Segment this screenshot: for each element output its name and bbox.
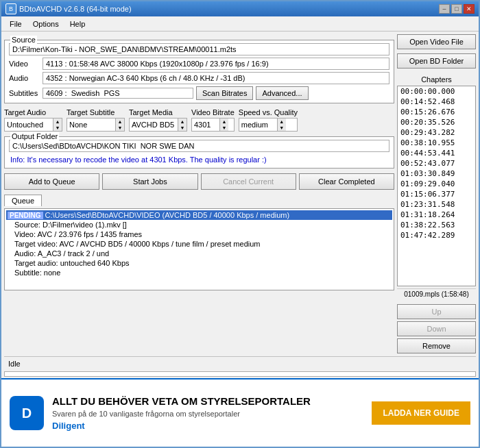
chapter-13[interactable]: 01:38:22.563 [398, 220, 475, 230]
video-info-row: Video 4113 : 01:58:48 AVC 38000 Kbps (19… [9, 58, 389, 70]
chapters-label: Chapters [397, 75, 476, 84]
target-audio-input[interactable] [5, 120, 53, 129]
video-label: Video [9, 60, 40, 68]
open-video-button[interactable]: Open Video File [397, 34, 476, 49]
queue-item-pending[interactable]: PENDING C:\Users\Sed\BDtoAVCHD\VIDEO (AV… [6, 210, 392, 220]
open-bd-button[interactable]: Open BD Folder [397, 53, 476, 69]
source-path-input[interactable] [9, 43, 389, 55]
target-subtitle-label: Target Subtitle [67, 108, 125, 116]
menu-bar: File Options Help [1, 16, 479, 32]
progress-bar-outer [4, 371, 476, 377]
title-bar: B BDtoAVCHD v2.6.8 (64-bit mode) – □ ✕ [1, 1, 479, 16]
chapter-2[interactable]: 00:15:26.676 [398, 107, 475, 117]
minimize-button[interactable]: – [439, 4, 450, 14]
subtitle-input[interactable] [43, 88, 193, 99]
close-button[interactable]: ✕ [464, 4, 475, 14]
status-area: Idle [1, 356, 479, 378]
target-bitrate-group: Video Bitrate ▲ ▼ [191, 108, 235, 132]
target-subtitle-down[interactable]: ▼ [116, 125, 124, 131]
target-subtitle-spin: ▲ ▼ [67, 118, 125, 132]
target-media-up[interactable]: ▲ [178, 119, 187, 125]
menu-help[interactable]: Help [64, 18, 91, 29]
target-audio-label: Target Audio [4, 108, 62, 116]
target-bitrate-spin: ▲ ▼ [191, 118, 235, 132]
output-section: Output Folder Info: It's necessary to re… [4, 136, 394, 169]
down-button[interactable]: Down [397, 321, 476, 336]
target-media-spin: ▲ ▼ [129, 118, 187, 132]
output-info-text: Info: It's necessary to recode the video… [9, 154, 389, 165]
queue-sub-audio: Audio: A_AC3 / track 2 / und [6, 249, 392, 258]
remove-button[interactable]: Remove [397, 338, 476, 353]
start-jobs-button[interactable]: Start Jobs [102, 173, 197, 190]
target-media-spin-btns: ▲ ▼ [178, 119, 187, 131]
chapter-0[interactable]: 00:00:00.000 [398, 86, 475, 97]
target-bitrate-up[interactable]: ▲ [220, 119, 228, 125]
output-label: Output Folder [10, 132, 59, 140]
target-bitrate-input[interactable] [192, 120, 219, 129]
ad-text: ALLT DU BEHÖVER VETA OM STYRELSEPORTALER… [52, 395, 363, 431]
target-audio-spin-btns: ▲ ▼ [53, 119, 62, 131]
target-subtitle-group: Target Subtitle ▲ ▼ [67, 108, 125, 132]
chapter-10[interactable]: 01:15:06.377 [398, 189, 475, 199]
maximize-button[interactable]: □ [451, 4, 462, 14]
target-audio-up[interactable]: ▲ [53, 119, 62, 125]
queue-sub-target-audio: Target audio: untouched 640 Kbps [6, 258, 392, 268]
target-subtitle-spin-btns: ▲ ▼ [115, 119, 124, 131]
chapter-4[interactable]: 00:29:43.282 [398, 127, 475, 138]
target-speed-label: Speed vs. Quality [239, 108, 298, 116]
status-text: Idle [8, 360, 21, 368]
chapter-5[interactable]: 00:38:10.955 [398, 138, 475, 148]
subtitle-label: Subtitles [9, 89, 40, 97]
app-icon: B [5, 3, 16, 14]
queue-list[interactable]: PENDING C:\Users\Sed\BDtoAVCHD\VIDEO (AV… [4, 208, 394, 290]
chapter-9[interactable]: 01:09:29.040 [398, 179, 475, 189]
title-controls: – □ ✕ [439, 4, 475, 14]
ad-subtitle: Svaren på de 10 vanligaste frågorna om s… [52, 410, 363, 418]
chapter-12[interactable]: 01:31:18.264 [398, 210, 475, 220]
chapters-list[interactable]: 00:00:00.000 00:14:52.468 00:15:26.676 0… [397, 86, 476, 286]
chapter-1[interactable]: 00:14:52.468 [398, 97, 475, 107]
queue-sub-target-video: Target video: AVC / AVCHD BD5 / 40000 Kb… [6, 239, 392, 249]
target-subtitle-up[interactable]: ▲ [116, 119, 124, 125]
add-queue-button[interactable]: Add to Queue [4, 173, 99, 190]
audio-value: 4352 : Norwegian AC-3 640 Kbps (6 ch / 4… [43, 72, 389, 84]
output-path-input[interactable] [9, 140, 389, 152]
source-label: Source [10, 36, 37, 44]
side-buttons: Up Down Remove [397, 304, 476, 353]
target-subtitle-input[interactable] [67, 120, 115, 129]
target-media-label: Target Media [129, 108, 187, 116]
menu-file[interactable]: File [4, 18, 27, 29]
target-audio-spin: ▲ ▼ [4, 118, 62, 132]
target-bitrate-down[interactable]: ▼ [220, 125, 228, 131]
chapter-8[interactable]: 01:03:30.849 [398, 169, 475, 179]
target-speed-group: Speed vs. Quality ▲ ▼ [239, 108, 298, 132]
chapter-3[interactable]: 00:20:35.526 [398, 117, 475, 127]
action-buttons-row: Add to Queue Start Jobs Cancel Current C… [4, 173, 394, 190]
app-window: B BDtoAVCHD v2.6.8 (64-bit mode) – □ ✕ F… [0, 0, 480, 448]
chapter-11[interactable]: 01:23:31.548 [398, 199, 475, 210]
menu-options[interactable]: Options [27, 18, 64, 29]
queue-tab-row: Queue [4, 195, 394, 206]
target-speed-down[interactable]: ▼ [278, 125, 286, 131]
chapter-14[interactable]: 01:47:42.289 [398, 230, 475, 240]
scan-bitrates-button[interactable]: Scan Bitrates [196, 86, 253, 100]
chapter-7[interactable]: 00:52:43.077 [398, 158, 475, 169]
ad-banner: D ALLT DU BEHÖVER VETA OM STYRELSEPORTAL… [1, 378, 479, 447]
target-media-input[interactable] [130, 120, 178, 129]
app-title: BDtoAVCHD v2.6.8 (64-bit mode) [19, 5, 132, 13]
advanced-button[interactable]: Advanced... [256, 86, 308, 100]
clear-completed-button[interactable]: Clear Completed [299, 173, 394, 190]
target-speed-up[interactable]: ▲ [278, 119, 286, 125]
cancel-current-button[interactable]: Cancel Current [201, 173, 296, 190]
up-button[interactable]: Up [397, 304, 476, 319]
target-speed-input[interactable] [239, 120, 277, 129]
pending-badge: PENDING [8, 212, 43, 219]
target-audio-down[interactable]: ▼ [53, 125, 62, 131]
chapter-6[interactable]: 00:44:53.441 [398, 148, 475, 158]
chapter-filename: 01009.mpls (1:58:48) [397, 288, 476, 299]
queue-sub-video: Video: AVC / 23.976 fps / 1435 frames [6, 229, 392, 239]
ad-cta-button[interactable]: LADDA NER GUIDE [372, 401, 470, 425]
target-media-group: Target Media ▲ ▼ [129, 108, 187, 132]
queue-tab[interactable]: Queue [4, 195, 42, 206]
target-media-down[interactable]: ▼ [178, 125, 187, 131]
